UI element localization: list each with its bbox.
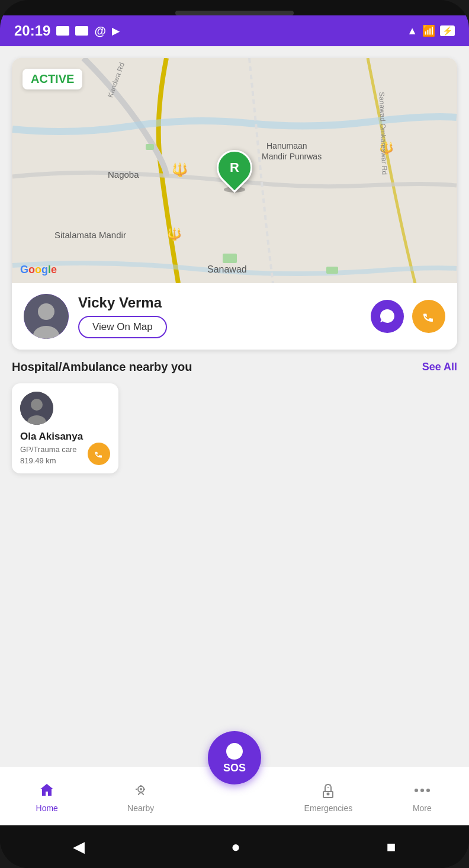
nav-more[interactable]: More — [375, 780, 469, 813]
battery-icon: ⚡ — [440, 25, 455, 36]
svg-point-16 — [426, 789, 430, 792]
nav-home[interactable]: Home — [0, 780, 94, 813]
svg-point-15 — [420, 789, 424, 792]
home-button[interactable]: ● — [231, 838, 240, 856]
view-on-map-button[interactable]: View On Map — [78, 316, 167, 338]
back-button[interactable]: ◀ — [73, 838, 85, 856]
status-time: 20:19 — [14, 23, 50, 39]
wifi-icon: ▲ — [407, 25, 417, 37]
section-header: Hospital/Ambulance nearby you See All — [12, 360, 457, 374]
map-area[interactable]: ACTIVE R Nagoba 🔱 Hanumaan Mandir Punrwa… — [12, 58, 457, 283]
sos-button[interactable]: SOS — [208, 731, 261, 784]
svg-point-8 — [31, 399, 43, 411]
nav-emergencies[interactable]: Emergencies — [281, 780, 375, 813]
map-label-sitalamata: Sitalamata Mandir — [54, 230, 126, 240]
hospital-avatar — [20, 392, 53, 425]
map-label-nagoba: Nagoba — [108, 169, 139, 180]
see-all-button[interactable]: See All — [422, 361, 457, 373]
spacer — [0, 479, 469, 766]
map-label-mandir: Mandir Punrwas — [262, 152, 322, 161]
status-bar: 20:19 @ ▶ ▲ 📶 ⚡ — [0, 15, 469, 46]
google-logo: Google — [20, 264, 57, 276]
hospital-section: Hospital/Ambulance nearby you See All Ol… — [0, 350, 469, 479]
nav-emergencies-label: Emergencies — [304, 803, 353, 813]
phone-frame: 20:19 @ ▶ ▲ 📶 ⚡ — [0, 0, 469, 868]
bottom-nav: Home Nearby — [0, 766, 469, 825]
android-nav: ◀ ● ■ — [0, 825, 469, 868]
home-icon — [36, 780, 57, 801]
svg-point-14 — [415, 789, 418, 792]
svg-point-11 — [140, 788, 142, 790]
profile-section: Vicky Verma View On Map — [12, 283, 457, 350]
nav-home-label: Home — [36, 803, 58, 813]
map-label-hanumaan: Hanumaan — [266, 141, 307, 150]
hospital-card: Ola Akisanya GP/Trauma care 819.49 km — [12, 383, 118, 473]
recent-button[interactable]: ■ — [387, 838, 396, 856]
svg-rect-2 — [146, 144, 154, 150]
svg-rect-3 — [326, 267, 338, 274]
nav-nearby[interactable]: Nearby — [94, 780, 187, 813]
app-content: ACTIVE R Nagoba 🔱 Hanumaan Mandir Punrwa… — [0, 46, 469, 825]
more-icon — [412, 780, 433, 801]
nav-more-label: More — [413, 803, 432, 813]
poi-sitalamata: 🔱 — [167, 227, 182, 241]
section-title: Hospital/Ambulance nearby you — [12, 360, 192, 374]
status-icon-2 — [75, 26, 88, 36]
profile-info: Vicky Verma View On Map — [78, 294, 361, 338]
svg-point-13 — [327, 793, 329, 795]
status-icon-1 — [56, 26, 69, 36]
active-badge: ACTIVE — [23, 69, 82, 89]
avatar — [24, 294, 69, 339]
emergencies-icon — [317, 780, 339, 801]
hospital-call-button[interactable] — [88, 443, 110, 465]
map-pin: R — [217, 150, 252, 193]
chat-button[interactable] — [371, 300, 404, 333]
svg-rect-1 — [223, 254, 237, 263]
call-button[interactable] — [412, 300, 445, 333]
map-card: ACTIVE R Nagoba 🔱 Hanumaan Mandir Punrwa… — [12, 58, 457, 350]
notch — [175, 11, 294, 15]
poi-nagoba: 🔱 — [172, 162, 188, 178]
action-buttons — [371, 300, 445, 333]
profile-name: Vicky Verma — [78, 294, 361, 311]
hospital-name: Ola Akisanya — [20, 431, 110, 443]
signal-icon: 📶 — [422, 24, 435, 37]
status-icon-at: @ — [94, 24, 106, 38]
svg-point-5 — [38, 303, 54, 320]
sos-label: SOS — [223, 762, 246, 774]
status-icon-play: ▶ — [112, 25, 119, 37]
nearby-icon — [130, 780, 152, 801]
map-label-sanawad: Sanawad — [207, 264, 247, 275]
nav-nearby-label: Nearby — [127, 803, 154, 813]
